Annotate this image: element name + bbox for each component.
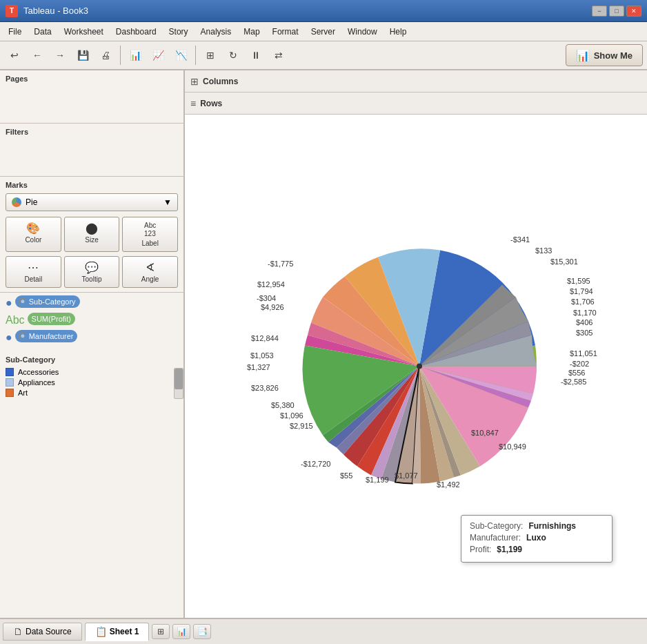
marks-type-dropdown[interactable]: Pie ▼ <box>6 193 178 211</box>
menu-help[interactable]: Help <box>384 25 412 39</box>
appliances-swatch <box>6 378 14 387</box>
pills-section: ● ⊕ Sub-Category Abc SUM(Profit) ● ⊕ Man… <box>0 293 183 351</box>
marks-angle-button[interactable]: ∢ Angle <box>122 256 178 288</box>
size-icon: ⬤ <box>86 222 98 235</box>
toolbar-swap[interactable]: ⇄ <box>268 45 289 66</box>
filters-section: Filters <box>0 124 183 177</box>
label-1096: $1,096 <box>280 411 303 420</box>
label-1199: $1,199 <box>366 476 389 484</box>
accessories-swatch <box>6 368 14 376</box>
legend-item-appliances: Appliances <box>6 378 164 387</box>
color-label: Color <box>25 236 41 244</box>
label-55: $55 <box>340 471 352 480</box>
toolbar-back[interactable]: ← <box>27 45 48 66</box>
sheet1-tab[interactable]: 📋 Sheet 1 <box>85 623 150 641</box>
size-label: Size <box>85 236 98 244</box>
legend-item-art: Art <box>6 389 164 397</box>
menu-dashboard[interactable]: Dashboard <box>110 25 162 39</box>
columns-label: Columns <box>203 77 238 86</box>
marks-section: Marks Pie ▼ 🎨 Color ⬤ Size Abc123 <box>0 177 183 293</box>
show-me-button[interactable]: 📊 Show Me <box>566 44 643 66</box>
menu-analysis[interactable]: Analysis <box>195 25 237 39</box>
toolbar-save[interactable]: 💾 <box>72 45 93 66</box>
toolbar-undo[interactable]: ↩ <box>4 45 25 66</box>
toolbar: ↩ ← → 💾 🖨 📊 📈 📉 ⊞ ↻ ⏸ ⇄ 📊 Show Me <box>0 41 647 70</box>
menu-window[interactable]: Window <box>342 25 383 39</box>
pages-section: Pages <box>0 70 183 124</box>
label-12720neg: -$12,720 <box>301 460 330 468</box>
add-sheet-btn[interactable]: ⊞ <box>152 624 170 639</box>
toolbar-refresh[interactable]: ↻ <box>223 45 243 66</box>
subcategory-pill[interactable]: ⊕ Sub-Category <box>15 295 80 308</box>
menu-file[interactable]: File <box>3 25 27 39</box>
menu-story[interactable]: Story <box>163 25 194 39</box>
manufacturer-pill[interactable]: ⊕ Manufacturer <box>15 330 78 342</box>
dropdown-arrow-icon: ▼ <box>163 197 172 207</box>
tooltip-profit-value: $1,199 <box>497 545 522 554</box>
toolbar-print[interactable]: 🖨 <box>95 45 116 66</box>
label-406: $406 <box>576 318 593 326</box>
menu-data[interactable]: Data <box>28 25 57 39</box>
toolbar-sep1 <box>120 46 121 65</box>
legend-scroll-thumb[interactable] <box>175 369 183 389</box>
menu-server[interactable]: Server <box>306 25 341 39</box>
label-5380: $5,380 <box>271 401 295 409</box>
menu-map[interactable]: Map <box>238 25 265 39</box>
tooltip-label: Tooltip <box>82 275 102 283</box>
color-icon: 🎨 <box>26 222 40 235</box>
legend-scrollbar[interactable] <box>174 368 183 399</box>
label-202neg: -$202 <box>570 360 589 368</box>
legend-item-accessories: Accessories <box>6 368 164 376</box>
tooltip-subcategory-key: Sub-Category: <box>470 521 523 531</box>
pages-title: Pages <box>6 75 178 83</box>
data-source-tab[interactable]: 🗋 Data Source <box>3 623 82 641</box>
label-1053: $1,053 <box>250 351 274 360</box>
main-layout: Pages Filters Marks Pie ▼ 🎨 Color <box>0 70 647 618</box>
toolbar-forward[interactable]: → <box>50 45 70 66</box>
menu-worksheet[interactable]: Worksheet <box>59 25 109 39</box>
profit-pill[interactable]: SUM(Profit) <box>28 313 75 325</box>
marks-dropdown-left: Pie <box>12 197 37 207</box>
label-133: $133 <box>535 246 552 255</box>
label-304neg: -$304 <box>257 294 276 302</box>
manufacturer-pill-label: Manufacturer <box>29 332 74 340</box>
show-me-label: Show Me <box>594 50 633 61</box>
toolbar-chart3[interactable]: 📉 <box>170 45 191 66</box>
legend-container: Accessories Appliances Art <box>6 368 178 399</box>
sheet-btn-3[interactable]: 📑 <box>193 624 211 639</box>
label-12844: $12,844 <box>251 334 279 342</box>
bottom-bar: 🗋 Data Source 📋 Sheet 1 ⊞ 📊 📑 <box>0 618 647 644</box>
label-1794: $1,794 <box>570 287 593 295</box>
legend-section: Sub-Category Accessories Appliances Art <box>0 351 183 618</box>
label-1595: $1,595 <box>567 277 590 285</box>
sheet1-label: Sheet 1 <box>110 627 139 636</box>
label-10847: $10,847 <box>471 429 499 437</box>
toolbar-chart1[interactable]: 📊 <box>125 45 146 66</box>
marks-color-button[interactable]: 🎨 Color <box>6 217 61 252</box>
chart-tooltip: Sub-Category: Furnishings Manufacturer: … <box>461 515 613 563</box>
marks-detail-button[interactable]: ⋯ Detail <box>6 256 61 288</box>
accessories-label: Accessories <box>18 368 59 376</box>
toolbar-chart2[interactable]: 📈 <box>148 45 168 66</box>
tooltip-subcategory-value: Furnishings <box>528 521 576 531</box>
art-label: Art <box>18 389 28 397</box>
subcategory-pill-label: Sub-Category <box>29 297 76 306</box>
data-source-label: Data Source <box>26 627 72 636</box>
label-1170: $1,170 <box>573 309 597 317</box>
menu-format[interactable]: Format <box>267 25 304 39</box>
label-11051: $11,051 <box>570 349 597 358</box>
close-button[interactable]: ✕ <box>626 6 641 17</box>
sheet-btn-2[interactable]: 📊 <box>172 624 190 639</box>
toolbar-pause[interactable]: ⏸ <box>246 45 266 66</box>
tooltip-subcategory-row: Sub-Category: Furnishings <box>470 521 604 531</box>
show-me-icon: 📊 <box>576 49 590 62</box>
marks-label-button[interactable]: Abc123 Label <box>122 217 178 252</box>
maximize-button[interactable]: □ <box>609 6 624 17</box>
minimize-button[interactable]: − <box>592 6 607 17</box>
label-1775neg: -$1,775 <box>268 260 293 268</box>
pill-expand-icon: ⊕ <box>19 298 26 305</box>
marks-tooltip-button[interactable]: 💬 Tooltip <box>64 256 120 288</box>
marks-size-button[interactable]: ⬤ Size <box>64 217 120 252</box>
pie-center <box>417 364 422 369</box>
toolbar-data1[interactable]: ⊞ <box>200 45 221 66</box>
